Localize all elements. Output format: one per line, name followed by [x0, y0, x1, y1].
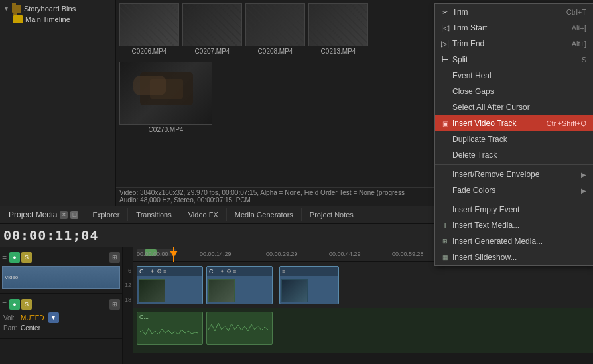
menu-item-text-left: T Insert Text Media... [440, 221, 519, 230]
media-thumb-2[interactable]: C0208.MP4 [245, 3, 305, 55]
menu-label-text: Insert Text Media... [452, 221, 519, 230]
menu-item-split-left: ⊢ Split [440, 55, 468, 64]
ruler-mark-2: 00:00:29:29 [266, 251, 298, 257]
folder-icon [12, 5, 21, 13]
trim-end-icon: ▷| [440, 39, 450, 48]
menu-item-trim-end-left: ▷| Trim End [440, 39, 484, 48]
media-thumb-0[interactable]: C0206.MP4 [119, 3, 179, 55]
video-track-control: ☰ ● S ⊞ Video [0, 247, 122, 294]
menu-label-insert-video: Insert Video Track [452, 119, 517, 128]
slideshow-icon: ▦ [440, 253, 450, 262]
menu-item-select-all-after-cursor[interactable]: Select All After Cursor [435, 99, 593, 115]
menu-item-trim-end[interactable]: ▷| Trim End Alt+] [435, 36, 593, 52]
menu-separator-2 [435, 200, 593, 200]
video-track-label: Video [5, 274, 18, 280]
clip-label-2: C... [209, 268, 218, 274]
clip-block-video-3[interactable]: ≡ [279, 266, 339, 304]
folder-icon-main [13, 15, 23, 23]
num-12: 12 [123, 280, 132, 290]
clip-icon-5: ⚙ [226, 268, 231, 274]
menu-item-insert-generated[interactable]: ⊞ Insert Generated Media... [435, 233, 593, 249]
tab-project-notes[interactable]: Project Notes [302, 208, 362, 221]
audio-mute-btn[interactable]: ● [9, 299, 20, 310]
tab-explorer[interactable]: Explorer [84, 208, 128, 221]
menu-item-slideshow-left: ▦ Insert Slideshow... [440, 253, 517, 262]
track-controls-panel: ☰ ● S ⊞ Video ☰ ● S ⊞ [0, 247, 123, 364]
ruler-mark-1: 00:00:14:29 [200, 251, 231, 257]
audio-clip-2[interactable] [206, 312, 273, 345]
menu-label-event-heal: Event Heal [452, 71, 492, 80]
tab-close-btn[interactable]: × [60, 211, 68, 219]
timeline-cursor-audio [170, 308, 170, 353]
tree-item-storyboard-bins[interactable]: ▼ Storyboard Bins [0, 3, 115, 14]
tab-video-fx[interactable]: Video FX [180, 208, 227, 221]
menu-shortcut-trim-end: Alt+] [572, 40, 586, 48]
menu-item-insert-text[interactable]: T Insert Text Media... [435, 217, 593, 233]
menu-item-trim[interactable]: ✂ Trim Ctrl+T [435, 4, 593, 20]
menu-item-close-gaps[interactable]: Close Gaps [435, 84, 593, 99]
ruler-mark-3: 00:00:44:29 [329, 251, 361, 257]
menu-item-insert-video-track[interactable]: ▣ Insert Video Track Ctrl+Shift+Q [435, 115, 593, 131]
menu-item-split[interactable]: ⊢ Split S [435, 52, 593, 68]
audio-solo-btn[interactable]: S [21, 299, 32, 310]
menu-item-envelope-left: Insert/Remove Envelope [440, 170, 539, 179]
tab-transitions[interactable]: Transitions [128, 208, 180, 221]
track-expand-icon: ☰ [2, 254, 7, 260]
tab-media-generators[interactable]: Media Generators [227, 208, 302, 221]
video-mute-btn[interactable]: ● [9, 252, 20, 263]
num-18: 18 [123, 295, 132, 304]
clip-thumb-1 [139, 279, 165, 302]
menu-item-delete-track[interactable]: Delete Track [435, 147, 593, 163]
tab-project-media[interactable]: Project Media × □ [3, 208, 84, 222]
generated-media-icon: ⊞ [440, 237, 450, 246]
menu-item-generated-left: ⊞ Insert Generated Media... [440, 237, 543, 246]
menu-label-delete: Delete Track [452, 151, 497, 160]
menu-item-insert-empty-event[interactable]: Insert Empty Event [435, 202, 593, 217]
timeline-cursor-video [170, 262, 170, 308]
clip-block-video-2[interactable]: C... ✦ ⚙ ≡ [206, 266, 273, 304]
video-lock-btn[interactable]: ⊞ [109, 252, 120, 263]
menu-label-trim-end: Trim End [452, 39, 484, 48]
vol-control-btn[interactable]: ▼ [48, 312, 59, 323]
menu-item-fade-colors[interactable]: Fade Colors ▶ [435, 182, 593, 198]
video-solo-btn[interactable]: S [21, 252, 32, 263]
menu-item-close-gaps-left: Close Gaps [440, 87, 494, 96]
audio-expand-icon: ☰ [2, 302, 7, 308]
thumb-label-0: C0206.MP4 [132, 48, 167, 55]
menu-item-empty-event-left: Insert Empty Event [440, 205, 519, 214]
menu-item-event-heal[interactable]: Event Heal [435, 68, 593, 84]
menu-shortcut-trim: Ctrl+T [566, 8, 586, 16]
menu-shortcut-insert-video: Ctrl+Shift+Q [546, 119, 586, 127]
menu-item-trim-start[interactable]: |◁ Trim Start Alt+[ [435, 20, 593, 36]
tree-item-main-timeline[interactable]: Main Timeline [0, 14, 115, 25]
cursor-head-area [170, 247, 178, 262]
thumb-row-top: C0206.MP4 C0207.MP4 C0208.MP4 C0213.MP4 [119, 3, 368, 55]
thumb-label-2: C0208.MP4 [258, 48, 293, 55]
menu-label-empty-event: Insert Empty Event [452, 205, 519, 214]
menu-item-fade-left: Fade Colors [440, 186, 495, 195]
ruler-mark-4: 00:00:59:28 [392, 251, 424, 257]
video-track-icons: ☰ ● S ⊞ [2, 252, 120, 263]
text-media-icon: T [440, 221, 450, 230]
clip-icon-7: ≡ [282, 268, 285, 274]
vol-value: MUTED [21, 314, 44, 322]
clip-icon-3: ≡ [163, 268, 166, 274]
main-thumb[interactable]: C0270.MP4 [119, 62, 212, 133]
media-thumb-1[interactable]: C0207.MP4 [182, 3, 242, 55]
clip-label-1: C... [139, 268, 149, 274]
insert-video-icon: ▣ [440, 119, 450, 128]
media-thumb-3[interactable]: C0213.MP4 [308, 3, 368, 55]
menu-label-slideshow: Insert Slideshow... [452, 253, 517, 262]
audio-lock-btn[interactable]: ⊞ [109, 299, 120, 310]
menu-item-insert-slideshow[interactable]: ▦ Insert Slideshow... [435, 249, 593, 265]
trim-icon: ✂ [440, 7, 450, 17]
menu-item-trim-left: ✂ Trim [440, 7, 468, 17]
menu-item-insert-remove-envelope[interactable]: Insert/Remove Envelope ▶ [435, 166, 593, 182]
menu-item-duplicate-track[interactable]: Duplicate Track [435, 131, 593, 147]
tab-dock-btn[interactable]: □ [70, 211, 78, 219]
split-icon: ⊢ [440, 55, 450, 64]
vol-label: Vol: [3, 314, 18, 322]
menu-shortcut-split: S [582, 56, 586, 64]
menu-label-generated: Insert Generated Media... [452, 237, 543, 246]
menu-label-trim: Trim [452, 7, 468, 17]
